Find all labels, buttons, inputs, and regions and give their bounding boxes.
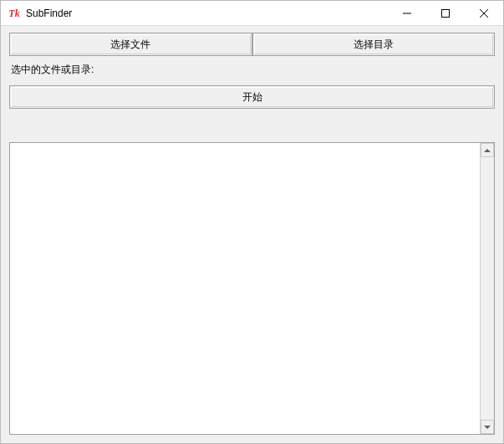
tk-logo-icon: Tk [8,7,21,20]
select-dir-button[interactable]: 选择目录 [252,33,496,56]
select-file-button[interactable]: 选择文件 [9,33,252,56]
spacer [9,110,495,142]
close-icon [480,9,488,18]
minimize-icon [403,9,411,18]
titlebar-left: Tk SubFinder [1,7,388,20]
selected-path-label: 选中的文件或目录: [9,56,495,80]
select-dir-label: 选择目录 [254,34,494,54]
client-area: 选择文件 选择目录 选中的文件或目录: 开始 [1,26,503,443]
scroll-track[interactable] [481,157,494,420]
select-file-label: 选择文件 [11,34,251,54]
chevron-up-icon [484,149,491,152]
maximize-icon [441,9,450,18]
chevron-down-icon [484,426,491,429]
top-button-row: 选择文件 选择目录 [9,33,495,56]
scroll-down-button[interactable] [481,420,494,434]
output-textarea[interactable] [10,143,480,434]
app-window: Tk SubFinder [0,0,504,444]
start-row: 开始 [9,85,495,110]
window-title: SubFinder [26,8,72,19]
titlebar[interactable]: Tk SubFinder [1,1,503,26]
start-button[interactable]: 开始 [9,85,495,109]
scroll-up-button[interactable] [481,143,494,157]
minimize-button[interactable] [388,1,426,25]
svg-rect-1 [442,9,450,17]
output-panel [9,142,495,435]
close-button[interactable] [465,1,503,25]
maximize-button[interactable] [426,1,465,25]
start-label: 开始 [11,87,493,107]
window-controls [388,1,503,25]
output-scrollbar[interactable] [480,143,494,434]
